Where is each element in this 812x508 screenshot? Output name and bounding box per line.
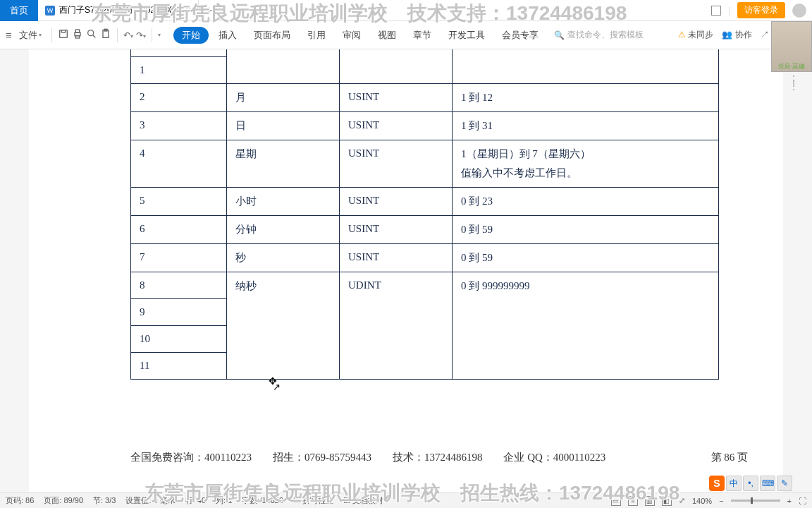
paste-icon[interactable] [100, 28, 111, 42]
close-icon[interactable]: × [185, 5, 191, 16]
table-cell: 7 [131, 244, 227, 272]
svg-rect-3 [75, 30, 79, 32]
table-cell: 4 [131, 140, 227, 188]
tab-member[interactable]: 会员专享 [495, 29, 546, 42]
table-cell: USINT [340, 112, 453, 140]
status-pages[interactable]: 页面: 89/90 [44, 495, 83, 506]
login-button[interactable]: 访客登录 [737, 2, 785, 18]
svg-rect-0 [59, 30, 67, 38]
table-cell: 0 到 59 [453, 244, 719, 272]
table-cell: 11 [131, 353, 227, 380]
status-row[interactable]: 行: 40 [185, 495, 206, 506]
redo-icon[interactable]: ↷▾ [136, 30, 146, 40]
tab-layout[interactable]: 页面布局 [247, 29, 297, 42]
table-cell: UDINT [340, 272, 453, 380]
table-cell: 9 [131, 299, 227, 326]
fit-icon[interactable]: ⤢ [679, 496, 685, 505]
table-cell: 秒 [227, 244, 340, 272]
status-doccheck[interactable]: ☑ 文档校对 [343, 495, 383, 506]
table-cell: USINT [340, 244, 453, 272]
table-cell: 8 [131, 272, 227, 299]
search-icon: 🔍 [554, 30, 565, 40]
ime-toolbar[interactable]: S 中 •, ⌨ ✎ [709, 476, 792, 491]
svg-rect-2 [75, 32, 80, 36]
tab-start[interactable]: 开始 [173, 27, 209, 44]
unsynced-button[interactable]: ⚠ 未同步 [678, 29, 713, 41]
title-bar: 首页 W 西门子S7-1200教材 - 20210302 × + | 访客登录 [0, 0, 812, 21]
collab-button[interactable]: 👥 协作 [722, 29, 751, 41]
table-cell: 1 [131, 57, 227, 84]
toolbar-overflow-icon[interactable]: ▾ [158, 32, 161, 38]
save-icon[interactable] [58, 28, 69, 42]
table-cell: 月 [227, 84, 340, 112]
tab-review[interactable]: 审阅 [336, 29, 368, 42]
presenter-avatar[interactable]: 凭良·莫健 [771, 21, 812, 72]
footer-contact: 全国免费咨询：400110223 招生：0769-85759443 技术：137… [130, 451, 605, 464]
sogou-icon[interactable]: S [709, 476, 725, 491]
status-chars[interactable]: 字数: 14629 [242, 495, 283, 506]
table-cell: 6 [131, 216, 227, 244]
table-cell: 1 到 31 [453, 112, 719, 140]
status-page-label[interactable]: 页码: 86 [6, 495, 34, 506]
table-cell: USINT [340, 188, 453, 216]
zoom-out-icon[interactable]: − [719, 497, 723, 505]
table-cell: 1 到 12 [453, 84, 719, 112]
ime-keyboard-icon[interactable]: ⌨ [760, 476, 775, 491]
tab-view[interactable]: 视图 [371, 29, 403, 42]
zoom-in-icon[interactable]: + [787, 497, 792, 505]
table-cell: 分钟 [227, 216, 340, 244]
side-drag-icon[interactable]: ⋮⋮ [788, 78, 799, 89]
print-preview-icon[interactable] [86, 28, 97, 42]
tab-document[interactable]: W 西门子S7-1200教材 - 20210302 × [38, 0, 199, 21]
svg-rect-1 [61, 30, 65, 32]
ime-punct-button[interactable]: •, [743, 476, 758, 491]
table-cell: 2 [131, 84, 227, 112]
table-cell: USINT [340, 216, 453, 244]
search-input[interactable]: 🔍 查找命令、搜索模板 [554, 29, 644, 41]
view-mode-2-icon[interactable]: ≡ [628, 496, 638, 506]
tab-chapter[interactable]: 章节 [406, 29, 438, 42]
avatar-icon[interactable] [792, 4, 806, 18]
zoom-label[interactable]: 140% [692, 497, 712, 505]
print-icon[interactable] [72, 28, 83, 42]
table-cell: 3 [131, 112, 227, 140]
file-menu[interactable]: 文件▾ [15, 29, 46, 42]
warning-icon: ⚠ [678, 30, 686, 40]
svg-point-5 [87, 30, 93, 36]
tab-dev[interactable]: 开发工具 [441, 29, 492, 42]
window-icon[interactable] [711, 6, 721, 16]
svg-rect-4 [75, 36, 79, 38]
table-cell: 星期 [227, 140, 340, 188]
table-cell: 0 到 23 [453, 188, 719, 216]
tab-home[interactable]: 首页 [0, 0, 38, 21]
tab-insert[interactable]: 插入 [211, 29, 244, 42]
fullscreen-icon[interactable]: ⛶ [799, 497, 806, 505]
toolbar: ≡ 文件▾ ↶▾ ↷▾ ▾ 开始 插入 页面布局 引用 审阅 视图 章节 开发工… [0, 21, 812, 49]
table-cell: 1（星期日）到 7（星期六）值输入中不考虑工作日。 [453, 140, 719, 188]
word-icon: W [45, 6, 55, 16]
status-col[interactable]: 列: 1 [216, 495, 232, 506]
status-spellcheck[interactable]: ☑ 拼写检查 [293, 495, 333, 506]
table-cell: 纳秒 [227, 272, 340, 380]
menu-icon[interactable]: ≡ [6, 29, 12, 41]
table-cell: 5 [131, 188, 227, 216]
table-cell: 日 [227, 112, 340, 140]
status-setval[interactable]: 设置值: 9 毫米 [125, 495, 175, 506]
table-cell: 小时 [227, 188, 340, 216]
zoom-slider[interactable] [731, 500, 780, 502]
tab-ref[interactable]: 引用 [300, 29, 333, 42]
table-cell: USINT [340, 84, 453, 112]
view-mode-1-icon[interactable]: ▭ [611, 496, 621, 506]
ime-settings-icon[interactable]: ✎ [777, 476, 792, 491]
document-title: 西门子S7-1200教材 - 20210302 [59, 4, 178, 16]
view-mode-3-icon[interactable]: ▥ [645, 496, 655, 506]
undo-icon[interactable]: ↶▾ [123, 30, 133, 40]
ime-lang-button[interactable]: 中 [726, 476, 742, 491]
new-tab-button[interactable]: + [199, 4, 219, 17]
status-section[interactable]: 节: 3/3 [93, 495, 116, 506]
page: 1 2月USINT1 到 12 3日USINT1 到 31 4星期USINT1（… [29, 49, 783, 492]
table-cell: 0 到 999999999 [453, 272, 719, 380]
view-mode-4-icon[interactable]: ◧ [662, 496, 672, 506]
footer-page-number: 第 86 页 [711, 451, 749, 464]
table-cell: 0 到 59 [453, 216, 719, 244]
